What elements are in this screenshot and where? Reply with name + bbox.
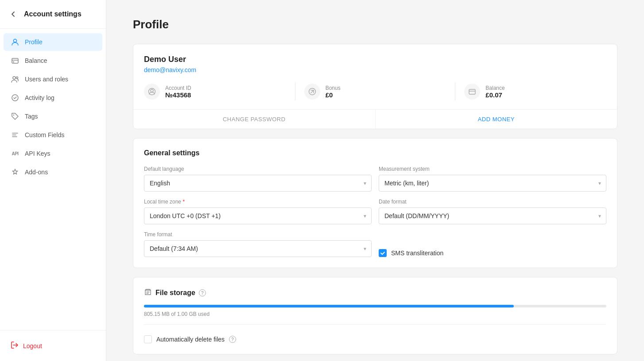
settings-grid: Default language English Russian Spanish… [144,166,606,257]
bonus-info: Bonus £0 [326,85,341,99]
local-timezone-label: Local time zone * [144,199,372,205]
sidebar-item-label: Tags [25,113,38,120]
auto-delete-row: Automatically delete files ? [144,332,606,343]
stat-divider-2 [455,83,455,100]
storage-bar-fill [144,305,514,307]
default-language-select[interactable]: English Russian Spanish [144,175,372,192]
balance-icon [11,56,19,65]
measurement-system-label: Measurement system [379,166,606,172]
bonus-label: Bonus [326,85,341,91]
account-id-info: Account ID №43568 [165,85,191,99]
default-language-label: Default language [144,166,372,172]
time-format-select-wrapper: Default (7:34 AM) 24-hour ▼ [144,240,372,257]
account-id-stat: Account ID №43568 [144,84,286,100]
api-icon: API [11,149,19,158]
sidebar-header: Account settings [0,0,106,29]
date-format-label: Date format [379,199,606,205]
main-content: Profile Demo User demo@navixy.com Accoun… [106,0,644,361]
activity-log-icon [11,93,19,102]
svg-point-4 [16,77,18,79]
sidebar-item-label: Activity log [25,94,54,101]
local-timezone-select[interactable]: London UTC +0 (DST +1) UTC +0 UTC +1 [144,207,372,224]
sidebar-item-add-ons[interactable]: Add-ons [4,163,102,181]
time-format-select[interactable]: Default (7:34 AM) 24-hour [144,240,372,257]
sidebar-item-api-keys[interactable]: API API Keys [4,145,102,162]
sidebar-item-balance[interactable]: Balance [4,52,102,69]
svg-point-7 [151,89,153,92]
sidebar: Account settings Profile Balance Users a… [0,0,106,361]
svg-rect-10 [469,89,475,94]
logout-icon [11,341,19,350]
help-icon-auto-delete[interactable]: ? [229,336,236,343]
sidebar-title: Account settings [24,10,81,18]
storage-bar-container [144,305,606,307]
sidebar-item-users-roles[interactable]: Users and roles [4,70,102,88]
svg-point-3 [13,77,16,79]
page-title: Profile [133,18,617,31]
file-storage-icon [144,288,152,298]
user-card: Demo User demo@navixy.com Account ID №43… [133,44,617,129]
sidebar-item-tags[interactable]: Tags [4,108,102,125]
auto-delete-checkbox[interactable] [144,335,152,343]
svg-rect-1 [12,58,18,63]
users-icon [11,75,19,84]
add-money-button[interactable]: ADD MONEY [376,110,617,129]
sidebar-item-label: Users and roles [25,76,68,83]
sms-transliteration-label: SMS transliteration [391,250,443,257]
balance-stat: Balance £0.07 [464,84,606,100]
tags-icon [11,112,19,121]
custom-fields-icon [11,131,19,139]
profile-icon [11,38,19,46]
user-stats: Account ID №43568 Bonus £0 [144,83,606,100]
sidebar-item-label: Add-ons [25,169,48,176]
stat-divider-1 [295,83,295,100]
change-password-button[interactable]: CHANGE PASSWORD [133,110,376,129]
auto-delete-label: Automatically delete files [156,336,225,343]
logout-button[interactable]: Logout [7,338,99,354]
sidebar-item-profile[interactable]: Profile [4,33,102,51]
general-settings-title: General settings [144,149,606,157]
balance-value: £0.07 [485,91,504,99]
account-id-value: №43568 [165,91,191,99]
default-language-field: Default language English Russian Spanish… [144,166,372,192]
svg-rect-2 [13,61,14,62]
measurement-system-select[interactable]: Metric (km, liter) Imperial (mi, gallon) [379,175,606,192]
balance-label: Balance [485,85,504,91]
sidebar-item-activity-log[interactable]: Activity log [4,89,102,107]
user-email[interactable]: demo@navixy.com [144,66,196,73]
date-format-select[interactable]: Default (DD/MM/YYYY) MM/DD/YYYY YYYY-MM-… [379,207,606,224]
file-storage-header: File storage ? [144,288,606,298]
user-name: Demo User [144,55,606,64]
file-storage-title: File storage [155,289,195,297]
sidebar-nav: Profile Balance Users and roles Activity… [0,29,106,330]
help-icon[interactable]: ? [199,289,206,296]
general-settings-card: General settings Default language Englis… [133,138,617,268]
date-format-select-wrapper: Default (DD/MM/YYYY) MM/DD/YYYY YYYY-MM-… [379,207,606,224]
bonus-stat: Bonus £0 [304,84,446,100]
balance-info: Balance £0.07 [485,85,504,99]
measurement-system-field: Measurement system Metric (km, liter) Im… [379,166,606,192]
svg-point-0 [14,39,17,42]
sidebar-item-custom-fields[interactable]: Custom Fields [4,126,102,144]
file-storage-card: File storage ? 805.15 MB of 1.00 GB used… [133,277,617,354]
sidebar-footer: Logout [0,330,106,361]
measurement-system-select-wrapper: Metric (km, liter) Imperial (mi, gallon)… [379,175,606,192]
local-timezone-field: Local time zone * London UTC +0 (DST +1)… [144,199,372,224]
divider [144,324,606,325]
logout-label: Logout [23,342,42,349]
sidebar-item-label: Profile [25,38,43,46]
sidebar-item-label: API Keys [25,150,50,157]
bonus-value: £0 [326,91,341,99]
local-timezone-select-wrapper: London UTC +0 (DST +1) UTC +0 UTC +1 ▼ [144,207,372,224]
sms-transliteration-checkbox[interactable] [379,249,387,257]
sidebar-item-label: Custom Fields [25,131,64,138]
addons-icon [11,168,19,177]
svg-point-6 [13,115,14,115]
time-format-field: Time format Default (7:34 AM) 24-hour ▼ [144,231,372,257]
sms-transliteration-row: SMS transliteration [379,246,606,257]
back-button[interactable] [7,8,19,20]
card-actions: CHANGE PASSWORD ADD MONEY [133,109,617,129]
default-language-select-wrapper: English Russian Spanish ▼ [144,175,372,192]
account-id-icon [144,84,160,100]
sms-transliteration-field: SMS transliteration [379,231,606,257]
